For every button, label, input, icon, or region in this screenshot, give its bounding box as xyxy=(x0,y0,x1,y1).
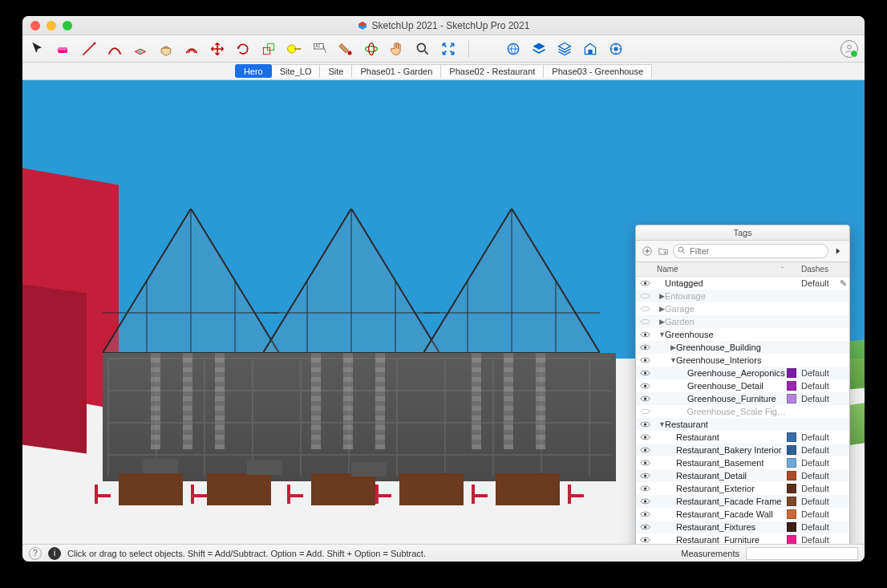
tag-dash[interactable]: Default xyxy=(798,278,836,288)
zoom-extents-icon[interactable] xyxy=(439,40,457,58)
extensions-icon[interactable] xyxy=(607,40,625,58)
tag-row[interactable]: Restaurant_FixturesDefault xyxy=(636,521,849,533)
tag-row[interactable]: Restaurant_ExteriorDefault xyxy=(636,482,849,495)
disclosure-icon[interactable]: ▶ xyxy=(670,343,676,351)
disclosure-icon[interactable]: ▼ xyxy=(658,420,665,428)
scale-icon[interactable] xyxy=(260,40,277,58)
visibility-toggle[interactable] xyxy=(636,408,654,416)
tag-dash[interactable]: Default xyxy=(798,471,836,481)
tag-row[interactable]: ▼Greenhouse_Interiors xyxy=(636,354,849,367)
scene-tab[interactable]: Phase02 - Restaurant xyxy=(441,64,544,78)
tag-row[interactable]: Restaurant_FurnitureDefault xyxy=(636,533,849,544)
tag-row[interactable]: Restaurant_Facade WallDefault xyxy=(636,508,849,521)
tag-row[interactable]: Greenhouse_Scale Figures xyxy=(636,405,849,418)
tag-swatch[interactable] xyxy=(787,432,798,442)
visibility-toggle[interactable] xyxy=(636,330,654,339)
paint-icon[interactable] xyxy=(337,40,354,58)
orbit-icon[interactable] xyxy=(362,40,380,58)
tag-edit-icon[interactable]: ✎ xyxy=(836,278,849,289)
scene-tab[interactable]: Site_LO xyxy=(272,64,321,78)
disclosure-icon[interactable]: ▼ xyxy=(658,330,665,339)
tag-dash[interactable]: Default xyxy=(798,432,836,442)
tag-swatch[interactable] xyxy=(787,509,798,519)
tag-dash[interactable]: Default xyxy=(798,484,836,493)
zoom-window-button[interactable] xyxy=(63,21,72,30)
outliner-icon[interactable] xyxy=(556,40,573,58)
visibility-toggle[interactable] xyxy=(636,510,654,518)
visibility-toggle[interactable] xyxy=(636,523,654,531)
viewport[interactable]: Tags Nameˆ Dashes UntaggedDefault✎▶Entou… xyxy=(22,80,865,544)
tag-dash[interactable]: Default xyxy=(798,381,836,391)
tag-row[interactable]: ▼Greenhouse xyxy=(636,328,849,341)
tag-row[interactable]: ▶Garden xyxy=(636,315,849,328)
tag-row[interactable]: Restaurant_DetailDefault xyxy=(636,469,849,482)
disclosure-icon[interactable]: ▶ xyxy=(658,318,665,326)
visibility-toggle[interactable] xyxy=(636,318,654,326)
tag-swatch[interactable] xyxy=(787,471,798,481)
visibility-toggle[interactable] xyxy=(636,472,654,480)
tag-dash[interactable]: Default xyxy=(798,522,836,532)
disclosure-icon[interactable]: ▶ xyxy=(658,292,665,300)
visibility-toggle[interactable] xyxy=(636,343,654,351)
tag-swatch[interactable] xyxy=(787,497,798,506)
tags-filter-input[interactable] xyxy=(673,244,828,258)
visibility-toggle[interactable] xyxy=(636,279,654,287)
pan-icon[interactable] xyxy=(388,40,406,58)
account-button[interactable] xyxy=(840,40,858,58)
tag-swatch[interactable] xyxy=(787,484,798,493)
tag-row[interactable]: ▶Garage xyxy=(636,302,849,315)
visibility-toggle[interactable] xyxy=(636,536,654,544)
tape-icon[interactable] xyxy=(286,40,303,58)
visibility-toggle[interactable] xyxy=(636,292,654,300)
tag-swatch[interactable] xyxy=(787,368,798,378)
visibility-toggle[interactable] xyxy=(636,420,654,428)
disclosure-icon[interactable]: ▼ xyxy=(670,356,676,364)
tag-row[interactable]: Restaurant_Bakery InteriorDefault xyxy=(636,444,849,456)
move-icon[interactable] xyxy=(209,40,226,58)
offset-icon[interactable] xyxy=(183,40,200,58)
tag-dash[interactable]: Default xyxy=(798,458,836,468)
3dwarehouse-icon[interactable] xyxy=(581,40,599,58)
scene-tab[interactable]: Phase03 - Greenhouse xyxy=(544,64,652,78)
tag-swatch[interactable] xyxy=(787,445,798,455)
visibility-toggle[interactable] xyxy=(636,305,654,313)
tag-swatch[interactable] xyxy=(787,522,798,532)
visibility-toggle[interactable] xyxy=(636,395,654,403)
layers-icon[interactable] xyxy=(530,40,548,58)
tag-row[interactable]: Greenhouse_DetailDefault xyxy=(636,379,849,392)
visibility-toggle[interactable] xyxy=(636,369,654,377)
tags-col-name[interactable]: Nameˆ xyxy=(654,262,787,276)
eraser-icon[interactable] xyxy=(55,40,72,58)
scene-tab[interactable]: Phase01 - Garden xyxy=(352,64,441,78)
help-button[interactable]: ? xyxy=(29,547,42,560)
scene-tab[interactable]: Site xyxy=(320,64,352,78)
disclosure-icon[interactable]: ▶ xyxy=(658,305,665,313)
tag-dash[interactable]: Default xyxy=(798,497,836,506)
line-icon[interactable] xyxy=(80,40,98,58)
add-tag-button[interactable] xyxy=(641,245,654,258)
visibility-toggle[interactable] xyxy=(636,497,654,505)
visibility-toggle[interactable] xyxy=(636,459,654,467)
tag-row[interactable]: Restaurant_BasementDefault xyxy=(636,456,849,469)
info-button[interactable]: i xyxy=(48,547,61,560)
visibility-toggle[interactable] xyxy=(636,433,654,441)
measurements-input[interactable] xyxy=(746,547,858,560)
tag-row[interactable]: ▶Entourage xyxy=(636,290,849,302)
rotate-icon[interactable] xyxy=(234,40,252,58)
minimize-window-button[interactable] xyxy=(47,21,56,30)
tag-swatch[interactable] xyxy=(787,458,798,468)
select-icon[interactable] xyxy=(29,40,47,58)
tag-dash[interactable]: Default xyxy=(798,394,836,403)
tag-dash[interactable]: Default xyxy=(798,535,836,544)
add-tag-folder-button[interactable] xyxy=(657,245,670,258)
tag-row[interactable]: RestaurantDefault xyxy=(636,431,849,444)
tag-row[interactable]: Greenhouse_AeroponicsDefault xyxy=(636,367,849,379)
tag-row[interactable]: Greenhouse_FurnitureDefault xyxy=(636,392,849,405)
tags-panel[interactable]: Tags Nameˆ Dashes UntaggedDefault✎▶Entou… xyxy=(635,225,850,544)
visibility-toggle[interactable] xyxy=(636,446,654,454)
tags-panel-menu-button[interactable] xyxy=(832,245,844,258)
close-window-button[interactable] xyxy=(30,21,40,30)
arc-icon[interactable] xyxy=(106,40,124,58)
tag-swatch[interactable] xyxy=(787,381,798,391)
visibility-toggle[interactable] xyxy=(636,382,654,390)
